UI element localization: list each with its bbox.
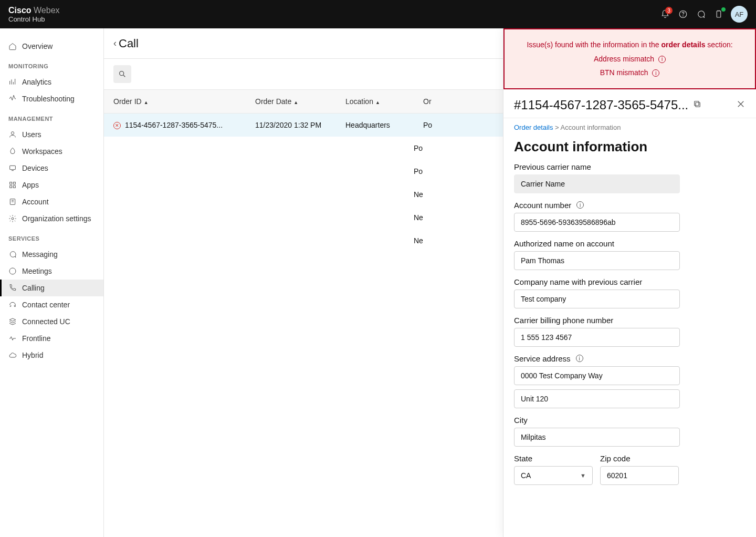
input-auth-name[interactable] [514, 251, 680, 270]
label-zip: Zip code [600, 454, 679, 463]
sidebar-item-calling[interactable]: Calling [0, 280, 103, 296]
crumb-order-details[interactable]: Order details [514, 123, 553, 131]
status-badge-green [721, 7, 726, 12]
sidebar-item-contact-center[interactable]: Contact center [0, 296, 103, 313]
panel-heading: Account information [514, 139, 746, 155]
topbar: Cisco Webex Control Hub 3 AF [0, 0, 756, 28]
input-billing-phone[interactable] [514, 328, 680, 347]
sidebar-section-services: SERVICES [0, 227, 103, 246]
input-city[interactable] [514, 428, 680, 447]
sidebar-item-hybrid[interactable]: Hybrid [0, 347, 103, 364]
sidebar-item-apps[interactable]: Apps [0, 177, 103, 193]
sidebar-item-label: Users [22, 130, 41, 139]
sidebar-item-workspaces[interactable]: Workspaces [0, 143, 103, 160]
col-order-id[interactable]: Order ID▲ [104, 90, 246, 113]
sidebar-item-label: Analytics [22, 78, 51, 86]
brand-sub: Control Hub [8, 15, 60, 24]
alert-text-pre: Issue(s) found with the information in t… [527, 40, 661, 49]
account-icon [8, 198, 17, 206]
help-icon[interactable] [674, 5, 692, 23]
svg-point-3 [11, 132, 14, 135]
search-button[interactable] [113, 65, 131, 83]
alert-text-strong: order details [661, 40, 705, 49]
sidebar-item-label: Apps [22, 181, 39, 189]
input-acct-num[interactable] [514, 213, 680, 232]
gear-icon [8, 214, 17, 223]
label-city: City [514, 416, 746, 425]
svg-rect-5 [10, 182, 12, 184]
avatar[interactable]: AF [731, 6, 748, 23]
back-chevron-icon[interactable]: ‹ [113, 38, 117, 49]
sidebar-item-overview[interactable]: Overview [0, 38, 103, 55]
close-icon[interactable] [736, 99, 746, 111]
input-company[interactable] [514, 290, 680, 308]
sidebar-item-analytics[interactable]: Analytics [0, 74, 103, 90]
svg-rect-4 [10, 166, 16, 169]
clipboard-icon[interactable] [710, 5, 728, 23]
sidebar-item-label: Contact center [22, 301, 70, 309]
sidebar-item-messaging[interactable]: Messaging [0, 246, 103, 263]
sidebar-item-devices[interactable]: Devices [0, 160, 103, 177]
workspaces-icon [8, 147, 17, 156]
cell-location: Headquarters [336, 113, 414, 137]
sidebar-item-label: Hybrid [22, 351, 43, 359]
alert-line-2: Address mismatch [594, 55, 654, 63]
label-company: Company name with previous carrier [514, 277, 746, 286]
label-state: State [514, 454, 593, 463]
sidebar-item-label: Meetings [22, 267, 52, 275]
notif-badge: 3 [665, 7, 673, 14]
info-icon[interactable]: i [576, 355, 583, 362]
info-icon[interactable]: i [576, 201, 584, 209]
alert-line-3: BTN mismatch [600, 68, 648, 77]
breadcrumb: Order details > Account information [503, 118, 756, 135]
sort-caret-icon: ▲ [375, 100, 380, 105]
bell-icon[interactable]: 3 [656, 5, 674, 23]
sidebar-item-label: Devices [22, 164, 48, 172]
brand: Cisco Webex Control Hub [8, 5, 60, 24]
users-icon [8, 130, 17, 139]
alert-banner: Issue(s) found with the information in t… [503, 28, 756, 89]
label-billing-phone: Carrier billing phone number [514, 316, 746, 325]
meetings-icon [8, 267, 17, 275]
chat-icon[interactable] [692, 5, 710, 23]
brand-cisco: Cisco [8, 6, 32, 15]
input-service-addr1[interactable] [514, 366, 680, 385]
input-service-addr2[interactable] [514, 389, 680, 408]
sidebar-item-meetings[interactable]: Meetings [0, 263, 103, 280]
sidebar-item-organization[interactable]: Organization settings [0, 210, 103, 227]
warning-icon: ✕ [113, 122, 121, 129]
label-acct-num: Account numberi [514, 201, 746, 210]
sidebar-item-connected-uc[interactable]: Connected UC [0, 313, 103, 330]
sidebar-item-label: Account [22, 198, 49, 206]
main-content: ‹ Call Numbers Lo Order ID▲ Order Date▲ … [104, 28, 756, 537]
sidebar-item-account[interactable]: Account [0, 193, 103, 210]
sidebar-item-label: Workspaces [22, 147, 62, 156]
sidebar-item-label: Frontline [22, 334, 50, 343]
messaging-icon [8, 250, 17, 259]
input-zip[interactable] [600, 466, 679, 485]
cell-order-date: 11/23/2020 1:32 PM [246, 113, 336, 137]
svg-point-12 [120, 71, 124, 76]
home-icon [8, 42, 17, 50]
select-state-value: CA [521, 471, 531, 480]
analytics-icon [8, 78, 17, 86]
select-state[interactable]: CA ▼ [514, 466, 593, 485]
frontline-icon [8, 334, 17, 343]
info-icon[interactable]: i [652, 69, 659, 77]
devices-icon [8, 164, 17, 172]
sidebar-item-troubleshooting[interactable]: Troubleshooting [0, 90, 103, 107]
sidebar-item-label: Messaging [22, 250, 58, 259]
col-order-date[interactable]: Order Date▲ [246, 90, 336, 113]
sidebar-item-label: Calling [22, 284, 45, 292]
sidebar-item-frontline[interactable]: Frontline [0, 330, 103, 347]
troubleshooting-icon [8, 95, 17, 103]
copy-icon[interactable] [692, 99, 702, 111]
sidebar-item-users[interactable]: Users [0, 126, 103, 143]
sort-caret-icon: ▲ [144, 100, 149, 105]
sidebar-item-label: Overview [22, 42, 52, 50]
svg-rect-14 [695, 101, 699, 106]
info-icon[interactable]: i [658, 56, 666, 63]
alert-text-post: section: [705, 40, 732, 49]
col-location[interactable]: Location▲ [336, 90, 414, 113]
svg-rect-2 [717, 11, 721, 17]
